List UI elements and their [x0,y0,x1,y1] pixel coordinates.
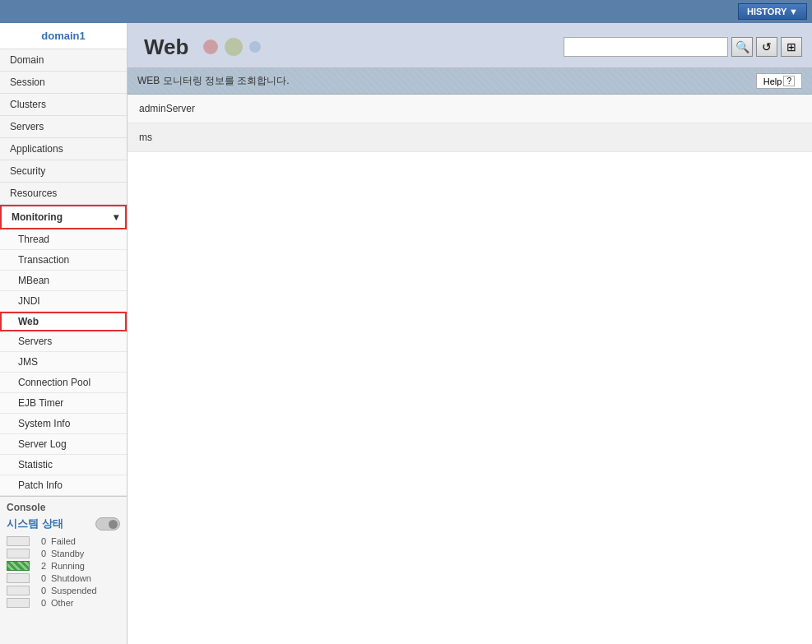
help-button[interactable]: Help ? [756,73,802,89]
suspended-count: 0 [35,586,46,595]
running-count: 2 [35,561,46,571]
main-layout: domain1 Domain Session Clusters Servers … [0,23,812,644]
sidebar-sub-system-info[interactable]: System Info [0,414,127,434]
sidebar-item-resources[interactable]: Resources [0,183,127,205]
status-box-standby [7,549,30,558]
status-box-shutdown [7,573,30,583]
server-row-ms[interactable]: ms [128,123,812,152]
status-box-running [7,561,30,571]
status-row-shutdown: 0 Shutdown [7,573,120,583]
main-header: Web 🔍 ↺ ⊞ [128,23,812,68]
sidebar-item-domain[interactable]: Domain [0,49,127,72]
sidebar-sub-web[interactable]: Web [0,312,127,331]
status-box-other [7,598,30,608]
failed-label: Failed [51,536,76,546]
sidebar-sub-server-log[interactable]: Server Log [0,434,127,455]
info-bar: WEB 모니터링 정보를 조회합니다. Help ? [128,68,812,95]
shutdown-label: Shutdown [51,573,91,583]
sidebar-item-servers[interactable]: Servers [0,116,127,138]
shutdown-count: 0 [35,573,46,583]
sidebar-item-monitoring[interactable]: Monitoring ▾ [0,205,127,229]
standby-count: 0 [35,549,46,558]
sidebar-sub-transaction[interactable]: Transaction [0,250,127,271]
circle-green [225,38,243,56]
status-box-failed [7,536,30,546]
info-text: WEB 모니터링 정보를 조회합니다. [137,74,290,88]
system-status-title: 시스템 상태 [7,517,120,531]
server-row-admin[interactable]: adminServer [128,95,812,123]
search-input[interactable] [564,37,728,57]
sidebar-item-applications[interactable]: Applications [0,138,127,160]
sidebar: domain1 Domain Session Clusters Servers … [0,23,128,644]
page-title: Web [144,35,188,60]
sidebar-sub-statistic[interactable]: Statistic [0,455,127,475]
settings-button[interactable]: ⊞ [781,37,802,57]
running-label: Running [51,561,85,571]
chevron-down-icon: ▾ [114,211,118,223]
standby-label: Standby [51,549,84,558]
sidebar-sub-jndi[interactable]: JNDI [0,291,127,312]
console-title: Console [7,502,120,513]
content-area: adminServer ms [128,95,812,644]
status-row-other: 0 Other [7,598,120,608]
sidebar-sub-ejb-timer[interactable]: EJB Timer [0,393,127,414]
help-label: Help [763,76,782,86]
status-box-suspended [7,586,30,595]
sidebar-sub-jms[interactable]: JMS [0,352,127,373]
circle-blue [249,41,261,53]
monitoring-label: Monitoring [12,211,63,223]
status-row-suspended: 0 Suspended [7,586,120,595]
sidebar-sub-servers2[interactable]: Servers [0,331,127,352]
domain-header[interactable]: domain1 [0,23,127,49]
circle-red [203,39,218,54]
system-status-label: 시스템 상태 [7,517,63,531]
toolbar-right: 🔍 ↺ ⊞ [564,37,802,57]
sidebar-item-session[interactable]: Session [0,72,127,94]
toggle-button[interactable] [95,517,120,530]
decorative-circles [203,38,261,56]
sidebar-sub-connection-pool[interactable]: Connection Pool [0,373,127,393]
status-row-failed: 0 Failed [7,536,120,546]
sidebar-sub-patch-info[interactable]: Patch Info [0,475,127,496]
sidebar-sub-mbean[interactable]: MBean [0,271,127,291]
status-row-running: 2 Running [7,561,120,571]
other-count: 0 [35,598,46,608]
main-content: Web 🔍 ↺ ⊞ WEB 모니터링 정보를 조회합니다. Help ? [128,23,812,644]
console-section: Console 시스템 상태 0 Failed 0 Standby 2 Runn… [0,496,127,615]
search-button[interactable]: 🔍 [731,37,753,57]
topbar: HISTORY ▼ [0,0,812,23]
other-label: Other [51,598,74,608]
sidebar-sub-thread[interactable]: Thread [0,229,127,250]
status-row-standby: 0 Standby [7,549,120,558]
failed-count: 0 [35,536,46,546]
suspended-label: Suspended [51,586,97,595]
sidebar-item-security[interactable]: Security [0,160,127,183]
help-icon: ? [783,76,795,86]
sidebar-item-clusters[interactable]: Clusters [0,94,127,116]
history-button[interactable]: HISTORY ▼ [738,3,807,20]
refresh-button[interactable]: ↺ [756,37,777,57]
